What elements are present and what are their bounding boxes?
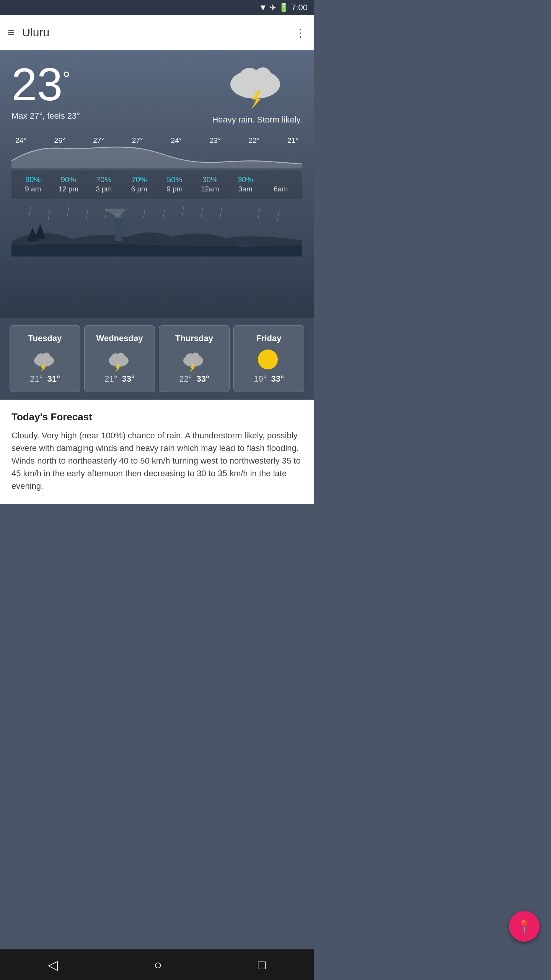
- hourly-temp-0: 24°: [15, 136, 26, 145]
- hourly-item-5: 30% 12am: [192, 175, 228, 193]
- current-temp: 23°: [11, 61, 80, 107]
- day-icon-thursday: [181, 347, 208, 370]
- degree-symbol: °: [62, 69, 70, 88]
- weather-main: 23° Max 27°, feels 23° Heavy rain. Storm…: [0, 50, 314, 318]
- temp-value: 23: [11, 61, 62, 107]
- day-name-wednesday: Wednesday: [96, 333, 143, 343]
- airplane-icon: ✈: [269, 3, 276, 13]
- day-icon-tuesday: [32, 347, 59, 370]
- hourly-temp-2: 27°: [93, 136, 104, 145]
- day-temps-wednesday: 21° 33°: [104, 374, 135, 384]
- day-card-thursday[interactable]: Thursday 22° 33°: [159, 325, 230, 392]
- day-temps-tuesday: 21° 31°: [30, 374, 60, 384]
- status-bar: ▼ ✈ 🔋 7:00: [0, 0, 314, 15]
- temperature-wave: [11, 145, 302, 168]
- svg-rect-7: [115, 218, 122, 241]
- hourly-temp-3: 27°: [132, 136, 143, 145]
- forecast-section: Today's Forecast Cloudy. Very high (near…: [0, 400, 314, 504]
- hourly-item-0: 90% 9 am: [15, 175, 51, 193]
- hourly-grid: 90% 9 am 90% 12 pm 70% 3 pm 70% 6 pm 50%: [15, 175, 298, 193]
- daily-section: Tuesday 21° 31° Wednesday 21°: [0, 318, 314, 400]
- day-name-friday: Friday: [256, 333, 281, 343]
- hourly-item-3: 70% 6 pm: [122, 175, 157, 193]
- forecast-title: Today's Forecast: [11, 411, 302, 423]
- hourly-temp-5: 23°: [210, 136, 221, 145]
- day-icon-friday: [256, 347, 282, 370]
- menu-button[interactable]: ≡: [8, 26, 15, 39]
- landscape-silhouette: [11, 207, 302, 253]
- day-card-tuesday[interactable]: Tuesday 21° 31°: [10, 325, 80, 392]
- day-card-wednesday[interactable]: Wednesday 21° 33°: [84, 325, 155, 392]
- day-card-friday[interactable]: Friday 19° 33°: [233, 325, 304, 392]
- weather-icon-block: Heavy rain. Storm likely.: [212, 61, 302, 125]
- day-icon-wednesday: [106, 347, 133, 370]
- hourly-item-6: 30% 3am: [228, 175, 263, 193]
- feels-like: Max 27°, feels 23°: [11, 111, 80, 121]
- status-icons: ▼ ✈ 🔋 7:00: [259, 3, 308, 13]
- svg-point-33: [192, 353, 199, 360]
- weather-condition-icon: [227, 61, 288, 111]
- hourly-item-1: 90% 12 pm: [51, 175, 86, 193]
- svg-point-29: [117, 353, 125, 360]
- hourly-temp-7: 21°: [287, 136, 298, 145]
- battery-icon: 🔋: [279, 3, 289, 13]
- top-bar: ≡ Uluru ⋮: [0, 15, 314, 50]
- hourly-temp-4: 24°: [171, 136, 182, 145]
- svg-point-35: [258, 350, 278, 369]
- day-name-thursday: Thursday: [175, 333, 213, 343]
- day-temps-thursday: 22° 33°: [179, 374, 209, 384]
- more-options-button[interactable]: ⋮: [295, 26, 306, 39]
- svg-point-25: [42, 353, 50, 360]
- weather-top: 23° Max 27°, feels 23° Heavy rain. Storm…: [11, 61, 302, 125]
- hourly-item-2: 70% 3 pm: [86, 175, 122, 193]
- current-temperature-block: 23° Max 27°, feels 23°: [11, 61, 80, 121]
- day-temps-friday: 19° 33°: [254, 374, 284, 384]
- hourly-item-7: -- 6am: [263, 175, 299, 193]
- weather-description: Heavy rain. Storm likely.: [212, 115, 302, 125]
- hourly-item-4: 50% 9 pm: [157, 175, 192, 193]
- hourly-temp-6: 22°: [249, 136, 260, 145]
- city-title: Uluru: [15, 26, 295, 39]
- hourly-temp-1: 26°: [54, 136, 65, 145]
- wifi-icon: ▼: [259, 3, 267, 13]
- forecast-text: Cloudy. Very high (near 100%) chance of …: [11, 429, 302, 492]
- day-name-tuesday: Tuesday: [28, 333, 62, 343]
- hourly-section: 24° 26° 27° 27° 24° 23° 22° 21° 90% 9 am: [11, 136, 302, 253]
- svg-point-2: [254, 67, 271, 84]
- clock: 7:00: [291, 3, 308, 13]
